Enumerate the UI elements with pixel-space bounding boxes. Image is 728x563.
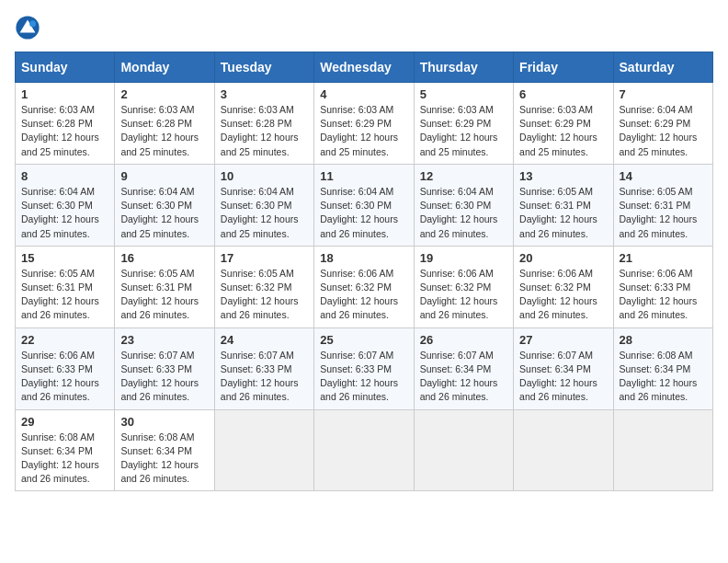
day-number: 19 [420, 251, 507, 265]
day-number: 6 [519, 87, 607, 101]
sunrise-label: Sunrise: 6:03 AM [420, 104, 494, 115]
calendar-week-row: 1 Sunrise: 6:03 AM Sunset: 6:28 PM Dayli… [16, 83, 713, 165]
sunset-label: Sunset: 6:28 PM [221, 118, 292, 129]
day-info: Sunrise: 6:03 AM Sunset: 6:29 PM Dayligh… [519, 103, 607, 159]
sunset-label: Sunset: 6:31 PM [21, 282, 93, 293]
calendar-cell: 25 Sunrise: 6:07 AM Sunset: 6:33 PM Dayl… [314, 327, 414, 409]
weekday-header-monday: Monday [115, 52, 214, 83]
day-info: Sunrise: 6:07 AM Sunset: 6:33 PM Dayligh… [120, 349, 208, 405]
calendar-cell: 24 Sunrise: 6:07 AM Sunset: 6:33 PM Dayl… [214, 327, 313, 409]
calendar-cell [214, 409, 313, 491]
day-info: Sunrise: 6:05 AM Sunset: 6:31 PM Dayligh… [21, 267, 108, 323]
sunrise-label: Sunrise: 6:06 AM [620, 268, 693, 279]
sunset-label: Sunset: 6:30 PM [320, 200, 392, 211]
daylight-label: Daylight: 12 hours and 26 minutes. [21, 377, 99, 402]
calendar-cell: 29 Sunrise: 6:08 AM Sunset: 6:34 PM Dayl… [16, 409, 115, 491]
sunrise-label: Sunrise: 6:05 AM [120, 268, 194, 279]
daylight-label: Daylight: 12 hours and 26 minutes. [120, 459, 199, 484]
day-info: Sunrise: 6:07 AM Sunset: 6:33 PM Dayligh… [221, 349, 308, 405]
sunrise-label: Sunrise: 6:03 AM [120, 104, 194, 115]
sunrise-label: Sunrise: 6:08 AM [21, 431, 95, 442]
day-number: 9 [120, 169, 208, 183]
day-info: Sunrise: 6:04 AM Sunset: 6:30 PM Dayligh… [21, 185, 108, 241]
day-info: Sunrise: 6:03 AM Sunset: 6:29 PM Dayligh… [420, 103, 507, 159]
day-number: 15 [21, 251, 108, 265]
day-number: 25 [320, 333, 407, 347]
day-info: Sunrise: 6:06 AM Sunset: 6:33 PM Dayligh… [620, 267, 707, 323]
day-info: Sunrise: 6:07 AM Sunset: 6:33 PM Dayligh… [320, 349, 407, 405]
sunrise-label: Sunrise: 6:03 AM [519, 104, 593, 115]
daylight-label: Daylight: 12 hours and 26 minutes. [620, 213, 698, 238]
calendar-cell: 18 Sunrise: 6:06 AM Sunset: 6:32 PM Dayl… [314, 246, 414, 327]
day-number: 13 [519, 169, 607, 183]
calendar-week-row: 8 Sunrise: 6:04 AM Sunset: 6:30 PM Dayli… [16, 164, 713, 246]
day-info: Sunrise: 6:04 AM Sunset: 6:30 PM Dayligh… [120, 185, 208, 241]
day-number: 18 [320, 251, 407, 265]
day-number: 21 [620, 251, 707, 265]
daylight-label: Daylight: 12 hours and 25 minutes. [221, 132, 299, 156]
weekday-header-tuesday: Tuesday [214, 52, 313, 83]
weekday-header-wednesday: Wednesday [314, 52, 414, 83]
calendar-cell: 28 Sunrise: 6:08 AM Sunset: 6:34 PM Dayl… [613, 327, 712, 409]
sunset-label: Sunset: 6:32 PM [420, 282, 492, 293]
calendar-cell: 4 Sunrise: 6:03 AM Sunset: 6:29 PM Dayli… [314, 83, 414, 165]
day-number: 27 [519, 333, 607, 347]
calendar-cell [414, 409, 513, 491]
calendar-cell: 23 Sunrise: 6:07 AM Sunset: 6:33 PM Dayl… [115, 327, 214, 409]
day-number: 1 [21, 87, 108, 101]
daylight-label: Daylight: 12 hours and 26 minutes. [519, 213, 597, 238]
weekday-header-saturday: Saturday [613, 52, 712, 83]
day-info: Sunrise: 6:08 AM Sunset: 6:34 PM Dayligh… [620, 349, 707, 405]
calendar-cell: 1 Sunrise: 6:03 AM Sunset: 6:28 PM Dayli… [16, 83, 115, 165]
sunrise-label: Sunrise: 6:04 AM [120, 186, 194, 197]
daylight-label: Daylight: 12 hours and 26 minutes. [320, 295, 398, 320]
sunset-label: Sunset: 6:33 PM [620, 282, 691, 293]
logo [15, 15, 44, 40]
daylight-label: Daylight: 12 hours and 26 minutes. [420, 213, 498, 238]
sunset-label: Sunset: 6:28 PM [21, 118, 93, 129]
sunrise-label: Sunrise: 6:04 AM [620, 104, 693, 115]
sunset-label: Sunset: 6:33 PM [120, 363, 192, 374]
day-number: 28 [620, 333, 707, 347]
calendar-cell: 30 Sunrise: 6:08 AM Sunset: 6:34 PM Dayl… [115, 409, 214, 491]
day-info: Sunrise: 6:04 AM Sunset: 6:30 PM Dayligh… [420, 185, 507, 241]
day-number: 16 [120, 251, 208, 265]
day-number: 20 [519, 251, 607, 265]
daylight-label: Daylight: 12 hours and 26 minutes. [519, 377, 597, 402]
day-number: 17 [221, 251, 308, 265]
day-number: 3 [221, 87, 308, 101]
sunrise-label: Sunrise: 6:06 AM [21, 350, 95, 361]
sunset-label: Sunset: 6:33 PM [320, 363, 392, 374]
day-number: 2 [120, 87, 208, 101]
weekday-header-thursday: Thursday [414, 52, 513, 83]
sunset-label: Sunset: 6:30 PM [221, 200, 292, 211]
sunset-label: Sunset: 6:31 PM [519, 200, 591, 211]
calendar-cell: 15 Sunrise: 6:05 AM Sunset: 6:31 PM Dayl… [16, 246, 115, 327]
daylight-label: Daylight: 12 hours and 26 minutes. [221, 377, 299, 402]
sunrise-label: Sunrise: 6:06 AM [320, 268, 393, 279]
calendar-cell: 2 Sunrise: 6:03 AM Sunset: 6:28 PM Dayli… [115, 83, 214, 165]
day-number: 23 [120, 333, 208, 347]
calendar-cell: 10 Sunrise: 6:04 AM Sunset: 6:30 PM Dayl… [214, 164, 313, 246]
daylight-label: Daylight: 12 hours and 25 minutes. [221, 213, 299, 238]
daylight-label: Daylight: 12 hours and 25 minutes. [420, 132, 498, 156]
daylight-label: Daylight: 12 hours and 26 minutes. [320, 213, 398, 238]
calendar-cell: 9 Sunrise: 6:04 AM Sunset: 6:30 PM Dayli… [115, 164, 214, 246]
daylight-label: Daylight: 12 hours and 26 minutes. [120, 377, 199, 402]
day-info: Sunrise: 6:03 AM Sunset: 6:28 PM Dayligh… [120, 103, 208, 159]
sunset-label: Sunset: 6:34 PM [21, 445, 93, 456]
day-info: Sunrise: 6:05 AM Sunset: 6:31 PM Dayligh… [120, 267, 208, 323]
sunset-label: Sunset: 6:31 PM [120, 282, 192, 293]
daylight-label: Daylight: 12 hours and 26 minutes. [620, 295, 698, 320]
day-info: Sunrise: 6:06 AM Sunset: 6:33 PM Dayligh… [21, 349, 108, 405]
day-number: 8 [21, 169, 108, 183]
daylight-label: Daylight: 12 hours and 26 minutes. [420, 295, 498, 320]
calendar-cell: 5 Sunrise: 6:03 AM Sunset: 6:29 PM Dayli… [414, 83, 513, 165]
page-header [15, 15, 713, 40]
sunrise-label: Sunrise: 6:05 AM [21, 268, 95, 279]
calendar-cell: 20 Sunrise: 6:06 AM Sunset: 6:32 PM Dayl… [514, 246, 613, 327]
daylight-label: Daylight: 12 hours and 26 minutes. [320, 377, 398, 402]
day-info: Sunrise: 6:06 AM Sunset: 6:32 PM Dayligh… [320, 267, 407, 323]
calendar-cell: 12 Sunrise: 6:04 AM Sunset: 6:30 PM Dayl… [414, 164, 513, 246]
calendar-cell: 7 Sunrise: 6:04 AM Sunset: 6:29 PM Dayli… [613, 83, 712, 165]
